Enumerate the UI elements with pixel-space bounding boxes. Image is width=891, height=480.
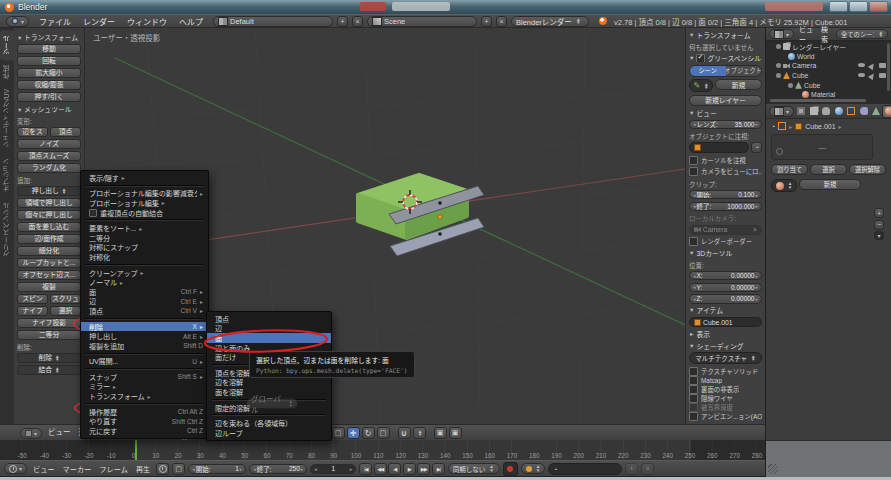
tool-button[interactable]: 辺をス: [17, 127, 48, 137]
menu-item[interactable]: 複製を追加 Shift D: [81, 341, 208, 351]
delete-screen-layout-button[interactable]: [352, 16, 363, 27]
menu-item[interactable]: 削除 X: [81, 322, 208, 332]
menu-item[interactable]: トランスフォーム: [81, 391, 208, 401]
outliner-row[interactable]: Camera: [768, 61, 889, 71]
playback-button[interactable]: ▶|: [432, 463, 445, 475]
visibility-eye-icon[interactable]: [858, 73, 865, 78]
expand-toggle[interactable]: [776, 44, 781, 49]
menu-item[interactable]: 頂点: [207, 314, 331, 324]
tool-button[interactable]: 押す/引く: [17, 92, 81, 102]
assign-button[interactable]: 割り当て: [771, 164, 808, 175]
editor-type-dropdown[interactable]: [4, 463, 27, 474]
tool-button[interactable]: 拡大縮小: [17, 68, 81, 78]
maximize-button[interactable]: [849, 1, 868, 12]
opengl-render-anim-button[interactable]: [449, 427, 462, 439]
menu-item[interactable]: 元に戻す Ctrl Z: [81, 426, 208, 436]
editor-type-dropdown[interactable]: [769, 29, 794, 39]
menu-item[interactable]: 要素をソート...: [81, 223, 208, 233]
tool-button[interactable]: スピン: [17, 294, 48, 304]
tool-button[interactable]: 頂点スムーズ: [17, 151, 81, 161]
timeline-ruler[interactable]: -50-40-30-20-100102030405060708090100110…: [0, 440, 765, 460]
menu-item[interactable]: 押し出し Alt E: [81, 331, 208, 341]
playback-button[interactable]: |◀: [359, 463, 372, 475]
delete-keyframe-button[interactable]: ×: [641, 463, 654, 475]
properties-tab[interactable]: [871, 106, 882, 117]
screen-layout-selector[interactable]: Default: [213, 16, 333, 27]
renderability-camera-icon[interactable]: [879, 63, 886, 68]
lens-slider[interactable]: レンズ:35.000: [689, 120, 762, 129]
panel-header-view[interactable]: ビュー: [689, 108, 762, 117]
tool-dropdown[interactable]: 結合: [17, 365, 81, 375]
material-specials-dropdown[interactable]: [874, 231, 884, 240]
rotate-manipulator-button[interactable]: [362, 427, 375, 439]
tool-shelf-tab[interactable]: ツール: [0, 30, 14, 60]
panel-header-mesh-tools[interactable]: メッシュツール: [17, 104, 81, 114]
menu-item[interactable]: スナップ Shift S: [81, 372, 208, 382]
checkbox[interactable]: [689, 367, 698, 376]
clip-start-field[interactable]: 開始:0.100: [689, 190, 762, 199]
menu-item[interactable]: 表示/隠す: [81, 173, 208, 183]
properties-tab[interactable]: [858, 106, 869, 117]
tool-button[interactable]: ランダム化: [17, 163, 81, 173]
scale-manipulator-button[interactable]: [377, 427, 390, 439]
sync-mode-dropdown[interactable]: 同期しない: [448, 463, 500, 474]
tool-button[interactable]: 押し出し: [17, 186, 81, 196]
shading-option[interactable]: 被写界深度: [689, 403, 762, 412]
tool-button[interactable]: オフセット辺ス...: [17, 270, 81, 280]
panel-header-transform[interactable]: トランスフォーム: [689, 31, 762, 40]
properties-tab[interactable]: [883, 106, 891, 117]
panel-header-transform[interactable]: トランスフォーム: [17, 32, 81, 42]
properties-tab[interactable]: [796, 106, 807, 117]
auto-keyframe-record-button[interactable]: [503, 462, 518, 476]
lock-object-field[interactable]: [689, 142, 749, 153]
checkbox[interactable]: [689, 167, 698, 176]
frame-start-field[interactable]: 開始:1: [188, 464, 246, 474]
remove-material-slot-button[interactable]: −: [874, 220, 884, 230]
material-slot-list[interactable]: —: [771, 134, 873, 160]
menu-item[interactable]: 頂点 Ctrl V: [81, 306, 208, 316]
current-frame-field[interactable]: 1: [310, 464, 356, 474]
add-material-slot-button[interactable]: [874, 208, 884, 218]
resize-grip[interactable]: [768, 464, 778, 474]
menu-item[interactable]: 面: [207, 333, 331, 343]
tool-button[interactable]: 細分化: [17, 246, 81, 256]
snap-toggle-button[interactable]: [398, 427, 411, 439]
shading-option[interactable]: 裏面の非表示: [689, 385, 762, 394]
checkbox[interactable]: [689, 376, 698, 385]
tool-button[interactable]: 収縮/膨張: [17, 80, 81, 90]
menu-item[interactable]: 辺: [207, 324, 331, 334]
menu-item[interactable]: 辺を溶解: [207, 378, 331, 388]
timeline-menu[interactable]: マーカー: [60, 464, 95, 474]
menu-item[interactable]: プロポーショナル編集の影響減衰タイプ: [81, 189, 208, 199]
outliner-row[interactable]: World: [768, 52, 889, 62]
checkbox[interactable]: [689, 412, 698, 421]
gpencil-new-button[interactable]: 新規: [715, 79, 762, 90]
menu-item[interactable]: プロポーショナル編集: [81, 198, 208, 208]
select-button[interactable]: 選択: [810, 164, 847, 175]
tool-shelf-tab[interactable]: 作成: [0, 60, 14, 84]
insert-keyframe-button[interactable]: +: [625, 463, 638, 475]
minimize-button[interactable]: [829, 1, 848, 12]
shading-option[interactable]: テクスチャソリッド: [689, 367, 762, 376]
shading-mode-dropdown[interactable]: マルチテクスチャ: [689, 352, 762, 364]
playback-button[interactable]: ◀◀: [374, 463, 387, 475]
tool-button[interactable]: 二等分: [17, 330, 81, 340]
delete-scene-button[interactable]: [496, 16, 507, 27]
outliner-row[interactable]: レンダーレイヤー: [768, 42, 889, 52]
tool-button[interactable]: 移動: [17, 44, 81, 54]
menu-item[interactable]: ノーマル: [81, 277, 208, 287]
cursor-z-field[interactable]: Z:0.00000: [689, 294, 762, 303]
menu-item[interactable]: UV展開... U: [81, 357, 208, 367]
shading-option[interactable]: 隠線ワイヤ: [689, 394, 762, 403]
material-browse-dropdown[interactable]: [771, 179, 797, 192]
new-material-button[interactable]: 新規: [799, 179, 861, 190]
playback-button[interactable]: ◀: [388, 463, 401, 475]
menu-item[interactable]: ミラー: [81, 382, 208, 392]
lock-camera-option[interactable]: カメラをビューにロ...: [689, 167, 762, 176]
tool-button[interactable]: 個々に押し出し: [17, 210, 81, 220]
checkbox[interactable]: [689, 385, 698, 394]
shading-option[interactable]: Matcap: [689, 376, 762, 385]
checkbox[interactable]: [689, 156, 698, 165]
timeline-menu[interactable]: 再生: [133, 464, 153, 474]
checkbox[interactable]: [689, 394, 698, 403]
